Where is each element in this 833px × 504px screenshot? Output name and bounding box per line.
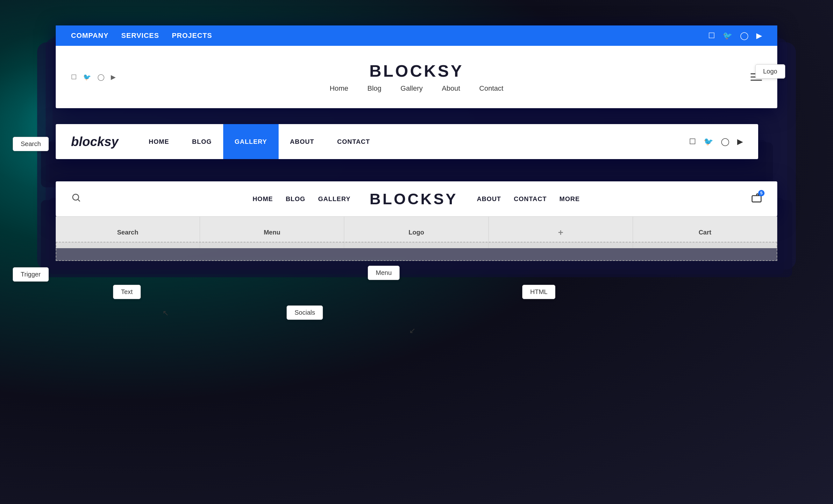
navbar3-nav-left: HOME BLOG GALLERY	[253, 195, 351, 203]
navbar1-topbar: COMPANY SERVICES PROJECTS ☐ 🐦 ◯ ▶	[56, 25, 777, 46]
navbar2-logo: blocksy	[71, 134, 122, 149]
nav3-gallery[interactable]: GALLERY	[318, 195, 351, 203]
nav-blog[interactable]: Blog	[367, 84, 381, 93]
nav3-home[interactable]: HOME	[253, 195, 273, 203]
navbar1-top-nav: COMPANY SERVICES PROJECTS	[71, 31, 212, 40]
menu-cursor: ↙	[409, 326, 415, 335]
navbar-1: COMPANY SERVICES PROJECTS ☐ 🐦 ◯ ▶ ☐ 🐦 ◯ …	[56, 25, 777, 108]
navbar1-logo: BLOCKSY	[370, 61, 463, 80]
instagram-icon[interactable]: ◯	[740, 31, 748, 40]
youtube-icon[interactable]: ▶	[756, 31, 762, 40]
svg-line-1	[78, 200, 80, 201]
nav-projects[interactable]: PROJECTS	[172, 31, 212, 40]
navbar-3: HOME BLOG GALLERY BLOCKSY ABOUT CONTACT …	[56, 181, 777, 217]
navbar1-social-icons: ☐ 🐦 ◯ ▶	[708, 31, 762, 40]
search-label: Search	[13, 137, 49, 151]
svg-point-0	[73, 194, 79, 200]
ig-icon-left[interactable]: ◯	[97, 73, 104, 81]
navbar3-logo: BLOCKSY	[370, 190, 458, 208]
nav-about[interactable]: About	[442, 84, 460, 93]
ig-icon-nav2[interactable]: ◯	[721, 137, 730, 146]
socials-label: Socials	[287, 305, 323, 320]
navbar2-nav: HOME BLOG GALLERY ABOUT CONTACT	[137, 124, 381, 159]
nav-contact[interactable]: Contact	[479, 84, 503, 93]
trigger-label: Trigger	[13, 267, 49, 282]
text-label: Text	[113, 285, 141, 299]
twitter-icon[interactable]: 🐦	[723, 31, 732, 40]
search-icon[interactable]	[71, 193, 81, 205]
text-cursor: ↖	[162, 309, 169, 318]
nav-home[interactable]: Home	[330, 84, 348, 93]
cart-icon[interactable]: 5	[751, 193, 762, 205]
html-label: HTML	[522, 285, 555, 299]
toolbar-ghost	[56, 242, 777, 261]
navbar1-main: ☐ 🐦 ◯ ▶ BLOCKSY Home Blog Gallery About …	[56, 46, 777, 108]
nav3-about[interactable]: ABOUT	[477, 195, 501, 203]
yt-icon-nav2[interactable]: ▶	[737, 137, 743, 146]
tw-icon-left[interactable]: 🐦	[83, 73, 91, 81]
cart-badge: 5	[758, 190, 764, 196]
nav2-gallery[interactable]: GALLERY	[223, 124, 279, 159]
nav2-contact[interactable]: CONTACT	[326, 124, 381, 159]
fb-icon-nav2[interactable]: ☐	[689, 137, 696, 146]
yt-icon-left[interactable]: ▶	[111, 73, 116, 81]
logo-label: Logo	[755, 64, 786, 79]
navbar3-nav-right: ABOUT CONTACT MORE	[477, 195, 579, 203]
tw-icon-nav2[interactable]: 🐦	[704, 137, 713, 146]
nav2-home[interactable]: HOME	[137, 124, 181, 159]
fb-icon-left[interactable]: ☐	[71, 73, 77, 81]
nav2-about[interactable]: ABOUT	[279, 124, 326, 159]
navbar2-social-icons: ☐ 🐦 ◯ ▶	[689, 137, 758, 146]
navbar-2: blocksy HOME BLOG GALLERY ABOUT CONTACT …	[56, 124, 758, 159]
svg-rect-2	[752, 195, 761, 202]
nav2-blog[interactable]: BLOG	[181, 124, 223, 159]
facebook-icon[interactable]: ☐	[708, 31, 715, 40]
nav3-more[interactable]: MORE	[560, 195, 580, 203]
navbar1-nav: Home Blog Gallery About Contact	[330, 84, 503, 93]
menu-label[interactable]: Menu	[368, 266, 400, 280]
navbar1-social-left: ☐ 🐦 ◯ ▶	[71, 73, 116, 81]
nav3-contact[interactable]: CONTACT	[514, 195, 547, 203]
nav-gallery[interactable]: Gallery	[401, 84, 423, 93]
nav3-blog[interactable]: BLOG	[286, 195, 305, 203]
nav-services[interactable]: SERVICES	[121, 31, 159, 40]
nav-company[interactable]: COMPANY	[71, 31, 109, 40]
